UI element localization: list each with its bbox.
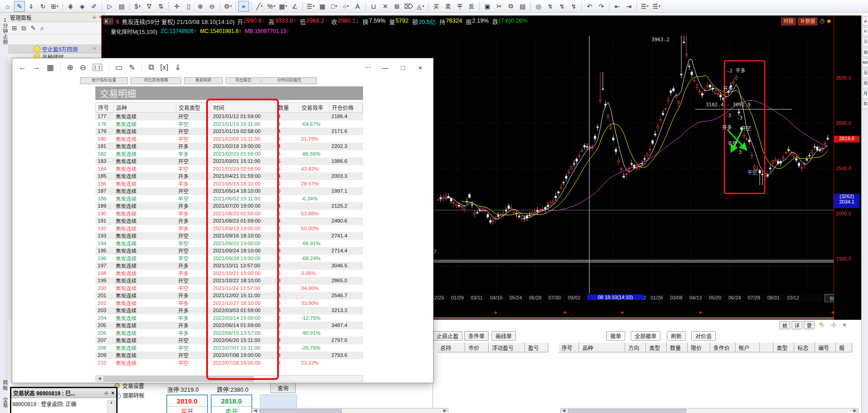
toolbar-grid-tool-icon[interactable]: ▦▾ xyxy=(278,1,288,12)
viewer-minimize-icon[interactable]: — xyxy=(376,58,394,76)
order-header-5[interactable]: 限价 xyxy=(688,342,710,352)
col-header-0[interactable]: 序号 xyxy=(96,103,114,112)
panel-tool-0[interactable]: ⊞ xyxy=(12,24,17,32)
pos-header-2[interactable]: 浮动盈亏 xyxy=(489,342,525,352)
right-strip-button-8[interactable]: 年 xyxy=(862,100,868,109)
viewer-forward-icon[interactable]: → xyxy=(33,63,40,72)
sell-open-box[interactable]: 2818.0 卖开 xyxy=(211,394,252,413)
viewer-tab-1[interactable]: 对比其他策略 xyxy=(131,77,181,84)
toolbar-trendline-icon[interactable]: ╱▾ xyxy=(254,1,265,12)
toolbar-sort-icon[interactable]: ⇅ xyxy=(156,1,166,12)
order-action-3[interactable]: 对价追 xyxy=(691,331,716,341)
viewer-close-icon[interactable]: × xyxy=(411,58,429,76)
right-strip-button-2[interactable]: ☰ xyxy=(862,38,868,47)
order-header-8[interactable] xyxy=(760,342,774,352)
order-action-2[interactable]: 刷新 xyxy=(667,331,686,341)
toolbar-lock-icon[interactable]: ⊠ xyxy=(392,1,402,12)
toolbar-list-tool-icon[interactable]: ☰▾ xyxy=(305,1,316,12)
right-strip-button-4[interactable]: Mn xyxy=(862,58,868,67)
viewer-tab-4[interactable]: 分时间段报告 xyxy=(262,77,317,84)
toolbar-layout-grid-icon[interactable]: ⊞▾ xyxy=(49,1,60,12)
order-tab-2[interactable]: 画线单 xyxy=(491,331,516,341)
mini-brush-icon[interactable]: ✎ xyxy=(819,321,825,328)
toolbar-table-tool-icon[interactable]: ▦ xyxy=(317,1,328,12)
toolbar-indent-left-icon[interactable]: ⇤ xyxy=(612,1,623,12)
transfer-row[interactable]: ¥ 银期转帐 xyxy=(114,391,144,399)
viewer-annotate-icon[interactable]: ✎ xyxy=(129,63,135,72)
tree-item-0[interactable]: ☺空止盈3万回测^ xyxy=(8,44,104,54)
buy-open-box[interactable]: 2819.0 买开 xyxy=(166,394,208,413)
toolbar-filter-icon[interactable]: ∇ xyxy=(144,1,155,12)
toolbar-indent-right-icon[interactable]: ⇥ xyxy=(623,1,634,12)
toolbar-money-icon[interactable]: $▾ xyxy=(132,1,143,12)
pos-header-1[interactable]: 市价 xyxy=(465,342,489,352)
status-titlebar[interactable]: 交易状态 98900819 : 已... ⊹ × xyxy=(11,388,116,398)
order-header-1[interactable]: 品种 xyxy=(579,342,625,352)
left-strip-tab-trade[interactable]: 交易 xyxy=(1,397,9,408)
toolbar-move-icon[interactable]: ✛ xyxy=(171,1,182,12)
clock-icon[interactable]: ◷ xyxy=(820,18,824,25)
order-header-9[interactable]: 类型 xyxy=(774,342,794,352)
viewer-crop-icon[interactable]: ▭ xyxy=(115,63,123,72)
toolbar-text-tool-icon[interactable]: A xyxy=(352,1,363,12)
chart-button-0[interactable]: 时段 xyxy=(781,18,796,25)
toolbar-triangle-icon[interactable]: ◬▾ xyxy=(415,1,426,12)
pin-icon[interactable]: ⊹ xyxy=(104,390,108,396)
col-header-5[interactable]: 交易效率 xyxy=(299,103,330,112)
order-tab-0[interactable]: 止损止盈 xyxy=(433,331,462,341)
right-strip-button-7[interactable]: 月 xyxy=(862,90,868,99)
order-header-6[interactable]: 条件价 xyxy=(710,342,736,352)
order-header-3[interactable]: 类型 xyxy=(646,342,667,352)
mini-button-统[interactable]: 统 xyxy=(779,321,790,329)
right-strip-button-1[interactable]: K xyxy=(862,27,868,36)
toolbar-bolt-cyan-icon[interactable]: ↯ xyxy=(557,1,567,12)
toolbar-angle-tool-icon[interactable]: ∠ xyxy=(289,1,300,12)
toolbar-bolt-blue-icon[interactable]: ↯ xyxy=(545,1,556,12)
viewer-tab-2[interactable]: 重新刷新 xyxy=(184,77,223,84)
col-header-4[interactable]: 数量 xyxy=(276,103,299,112)
order-header-10[interactable]: 标志 xyxy=(794,342,815,352)
toolbar-percent-tool-icon[interactable]: %▾ xyxy=(266,1,277,12)
left-strip-tab-transfer[interactable]: 转帐 xyxy=(1,380,9,391)
toolbar-ushape-icon[interactable]: ⊔ xyxy=(368,1,379,12)
toolbar-erase-icon[interactable]: ✕ xyxy=(380,1,391,12)
viewer-tab-3[interactable]: 导出报告 xyxy=(226,77,261,84)
toolbar-zoom-out-icon[interactable]: ⊖ xyxy=(207,1,217,12)
toolbar-alert-diamond-icon[interactable]: ◈ xyxy=(77,1,88,12)
toolbar-run-icon[interactable]: ▷ xyxy=(104,1,115,12)
toolbar-cut-icon[interactable]: ✂ xyxy=(494,1,505,12)
panel-tool-2[interactable]: ✎ xyxy=(31,24,36,32)
bottom-right-scrollbar[interactable]: ◀▶ xyxy=(560,408,859,413)
viewer-save-icon[interactable]: ⇓ xyxy=(175,63,181,72)
toolbar-redo-icon[interactable]: ↷ xyxy=(596,1,607,12)
trade-settings-label[interactable]: 交易设置 xyxy=(123,383,144,389)
panel-tool-1[interactable]: ⧉ xyxy=(22,24,26,32)
pos-header-3[interactable]: 盈亏 xyxy=(525,342,548,352)
toolbar-rect-tool-icon[interactable]: □▾ xyxy=(329,1,340,12)
viewer-copy-image-icon[interactable]: ⧉ xyxy=(148,63,154,72)
toolbar-paste-icon[interactable]: ▤ xyxy=(517,1,528,12)
toolbar-ruler-icon[interactable]: ▯ xyxy=(183,1,194,12)
right-strip-button-3[interactable]: ▥ xyxy=(862,48,868,57)
status-scrollbar[interactable]: ▲ xyxy=(108,400,115,413)
toolbar-trash-icon[interactable]: ⌦ xyxy=(403,1,414,12)
viewer-zoom-in-icon[interactable]: ⊕ xyxy=(67,63,73,72)
viewer-tab-0[interactable]: 统计指标设置 xyxy=(80,77,128,84)
toolbar-sell-button[interactable]: 卖 xyxy=(443,1,453,12)
toolbar-home-icon[interactable]: ⌂ xyxy=(2,1,13,12)
toolbar-undo-icon[interactable]: ↶ xyxy=(584,1,595,12)
toolbar-copy-icon[interactable]: ⧉ xyxy=(505,1,516,12)
price-axis[interactable]: 3500.03000.02500.02000.01500.02819.0(326… xyxy=(834,15,861,321)
viewer-actual-size-icon[interactable]: 1:1 xyxy=(93,64,102,71)
order-header-0[interactable]: 序号 xyxy=(558,342,579,352)
panel-tool-3[interactable]: ⌕ xyxy=(40,24,44,32)
toolbar-menu-list2-icon[interactable]: ☰▾ xyxy=(651,1,662,12)
viewer-ocr-icon[interactable]: [x] xyxy=(160,63,168,72)
viewer-more-icon[interactable]: ⋯ xyxy=(359,58,377,76)
toolbar-reverse-button[interactable]: 反 xyxy=(466,1,477,12)
toolbar-bolt-gray-icon[interactable]: ↯ xyxy=(568,1,579,12)
mini-button-登[interactable]: 登 xyxy=(804,321,815,329)
order-header-2[interactable]: 方向 xyxy=(625,342,646,352)
order-header-11[interactable]: 编号 xyxy=(815,342,836,352)
toolbar-circle-tool-icon[interactable]: ○▾ xyxy=(340,1,351,12)
